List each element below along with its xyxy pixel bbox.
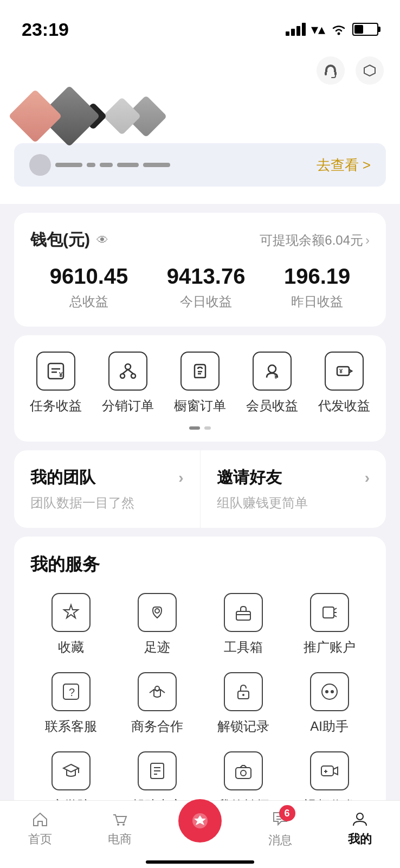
svg-rect-40 xyxy=(236,768,251,778)
nav-center[interactable] xyxy=(167,815,233,843)
signal-icon xyxy=(286,23,306,36)
nav-home[interactable]: 首页 xyxy=(8,810,73,847)
proxy-icon: ¥ xyxy=(325,352,364,391)
notif-dot2 xyxy=(100,163,113,167)
notification-bar[interactable]: 去查看 > xyxy=(14,143,386,187)
withdrawable-balance[interactable]: 可提现余额6.04元 › xyxy=(260,232,370,249)
action-task-earnings[interactable]: ¥ 任务收益 xyxy=(26,352,86,414)
svg-point-34 xyxy=(331,690,334,693)
service-footprint[interactable]: 足迹 xyxy=(117,593,197,656)
wallet-header: 钱包(元) 👁 可提现余额6.04元 › xyxy=(30,229,370,251)
home-indicator xyxy=(146,860,254,864)
diamond-light xyxy=(103,97,141,136)
nav-center-button[interactable] xyxy=(178,799,222,843)
page-dot-2 xyxy=(204,426,211,430)
messages-badge: 6 xyxy=(279,805,295,821)
svg-rect-1 xyxy=(325,72,327,75)
action-distribute-label: 分销订单 xyxy=(102,397,154,414)
action-distribute[interactable]: 分销订单 xyxy=(98,352,158,414)
wallet-title: 钱包(元) xyxy=(30,229,90,251)
ai-label: AI助手 xyxy=(310,718,349,735)
my-team-sub: 团队数据一目了然 xyxy=(30,494,184,512)
svg-point-41 xyxy=(241,770,246,776)
svg-point-0 xyxy=(338,33,340,35)
window-icon xyxy=(180,352,220,391)
settings-button[interactable] xyxy=(356,56,384,85)
svg-point-32 xyxy=(322,684,337,699)
svg-rect-23 xyxy=(323,607,334,618)
action-task-label: 任务收益 xyxy=(30,397,82,414)
svg-line-11 xyxy=(122,369,128,374)
member-icon: ¥ xyxy=(253,352,292,391)
toolbox-icon xyxy=(224,593,263,632)
promote-icon xyxy=(310,593,349,632)
customer-label: 联系客服 xyxy=(45,718,97,735)
svg-text:¥: ¥ xyxy=(274,373,278,380)
service-customer[interactable]: ? 联系客服 xyxy=(30,672,111,735)
footprint-label: 足迹 xyxy=(144,639,170,656)
service-ai[interactable]: AI助手 xyxy=(289,672,370,735)
business-label: 商务合作 xyxy=(131,718,183,735)
education-icon xyxy=(51,751,91,790)
customer-service-button[interactable] xyxy=(317,56,345,85)
notif-dot4 xyxy=(143,163,170,167)
svg-point-10 xyxy=(131,374,136,378)
promote-label: 推广账户 xyxy=(304,639,356,656)
brand-logo-area xyxy=(0,89,400,143)
status-time: 23:19 xyxy=(22,19,69,40)
action-window-label: 橱窗订单 xyxy=(174,397,226,414)
help-icon xyxy=(138,751,177,790)
visibility-toggle[interactable]: 👁 xyxy=(96,233,108,247)
ai-icon xyxy=(310,672,349,711)
yesterday-earnings: 196.19 昨日收益 xyxy=(284,264,350,310)
svg-rect-21 xyxy=(236,611,250,620)
notification-link[interactable]: 去查看 > xyxy=(317,156,371,175)
nav-messages[interactable]: 6 消息 xyxy=(248,809,313,848)
service-favorites[interactable]: 收藏 xyxy=(30,593,111,656)
svg-text:¥: ¥ xyxy=(59,371,63,379)
top-section: 去查看 > xyxy=(0,48,400,204)
wifi-icon: ▾▴ xyxy=(311,21,325,38)
action-proxy-label: 代发收益 xyxy=(318,397,370,414)
diamond-pink xyxy=(9,90,62,143)
svg-point-29 xyxy=(155,686,159,691)
action-member[interactable]: ¥ 会员收益 xyxy=(242,352,302,414)
my-team-section[interactable]: 我的团队 › 团队数据一目了然 xyxy=(14,450,201,528)
svg-point-52 xyxy=(357,813,363,820)
invite-title: 邀请好友 › xyxy=(217,467,370,489)
service-toolbox[interactable]: 工具箱 xyxy=(203,593,283,656)
wallet-stats: 9610.45 总收益 9413.76 今日收益 196.19 昨日收益 xyxy=(30,264,370,310)
services-title: 我的服务 xyxy=(30,553,370,577)
svg-line-12 xyxy=(128,369,133,374)
service-business[interactable]: 商务合作 xyxy=(117,672,197,735)
header-actions xyxy=(0,48,400,89)
status-icons: ▾▴ xyxy=(286,21,378,38)
quick-actions-card: ¥ 任务收益 分销订单 xyxy=(14,335,386,442)
wallet-title-group: 钱包(元) 👁 xyxy=(30,229,108,251)
service-promote[interactable]: 推广账户 xyxy=(289,593,370,656)
svg-point-20 xyxy=(155,609,159,613)
video-icon xyxy=(310,751,349,790)
action-window[interactable]: 橱窗订单 xyxy=(170,352,230,414)
svg-point-8 xyxy=(125,364,131,369)
action-proxy[interactable]: ¥ 代发收益 xyxy=(314,352,374,414)
nav-profile-label: 我的 xyxy=(348,831,372,847)
service-unlock[interactable]: 解锁记录 xyxy=(203,672,283,735)
invite-friends-section[interactable]: 邀请好友 › 组队赚钱更简单 xyxy=(201,450,386,528)
svg-text:¥: ¥ xyxy=(339,368,343,374)
team-card: 我的团队 › 团队数据一目了然 邀请好友 › 组队赚钱更简单 xyxy=(14,450,386,528)
handshake-icon xyxy=(138,672,177,711)
svg-point-47 xyxy=(117,824,119,826)
actions-grid: ¥ 任务收益 分销订单 xyxy=(20,352,380,420)
svg-rect-2 xyxy=(334,72,337,75)
nav-messages-label: 消息 xyxy=(268,832,292,848)
notification-content xyxy=(29,154,170,176)
nav-profile[interactable]: 我的 xyxy=(327,810,392,847)
wallet-card: 钱包(元) 👁 可提现余额6.04元 › 9610.45 总收益 9413.76… xyxy=(14,213,386,327)
nav-ecommerce-label: 电商 xyxy=(108,831,132,847)
notif-dot1 xyxy=(87,163,95,167)
unlock-icon xyxy=(224,672,263,711)
nav-ecommerce[interactable]: 电商 xyxy=(87,810,152,847)
question-icon: ? xyxy=(51,672,91,711)
svg-point-31 xyxy=(242,694,244,696)
